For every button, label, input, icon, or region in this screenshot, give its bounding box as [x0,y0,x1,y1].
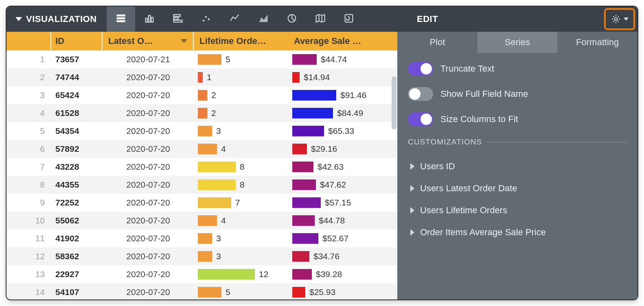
avg-value: $42.63 [318,162,344,172]
table-icon [115,13,127,26]
cell-average-sale: $29.16 [288,140,397,158]
settings-button[interactable] [604,8,635,30]
cell-id: 41902 [51,230,103,247]
orders-value: 2 [211,90,216,100]
area-vis-button[interactable] [249,7,278,32]
cell-average-sale: $84.49 [288,104,397,122]
switch-truncate[interactable] [408,62,433,76]
single-value-icon [343,13,355,26]
avg-value: $34.76 [313,251,340,261]
table-row[interactable]: 11419022020-07-203$52.67 [7,230,397,247]
toggle-label: Truncate Text [440,63,494,74]
orders-value: 3 [216,126,221,136]
customization-label: Users Latest Order Date [420,183,517,194]
line-icon [229,13,241,26]
customizations-header: CUSTOMIZATIONS [408,138,627,146]
bar-chart-vis-button[interactable] [164,7,192,32]
avg-bar [292,54,317,65]
orders-bar [198,144,217,154]
table-row[interactable]: 6578922020-07-204$29.16 [7,140,397,158]
table-row[interactable]: 5543542020-07-203$65.33 [7,122,397,140]
svg-point-10 [205,16,207,18]
map-vis-button[interactable] [306,7,335,32]
avg-bar [292,162,313,172]
table-vis-button[interactable] [107,7,135,32]
cell-latest-order: 2020-07-20 [103,176,194,194]
table-row[interactable]: 13229272020-07-2012$39.28 [7,265,397,283]
orders-bar [198,162,236,172]
table-row[interactable]: 3654242020-07-202$91.46 [7,86,397,104]
customization-item[interactable]: Order Items Average Sale Price [408,221,627,243]
switch-sizefit[interactable] [408,112,433,126]
body: ID Latest O… Lifetime Orde… Average Sale… [7,32,637,299]
col-latest-order[interactable]: Latest O… [103,32,194,50]
map-icon [315,13,326,26]
scrollbar-thumb[interactable] [392,76,396,129]
edit-label: EDIT [409,7,604,32]
col-rownum[interactable] [7,32,51,50]
table-row[interactable]: 9722522020-07-207$57.15 [7,194,397,212]
avg-bar [292,269,312,280]
svg-rect-2 [116,20,125,22]
row-number: 12 [7,247,51,265]
cell-average-sale: $39.28 [288,265,397,283]
cell-lifetime-orders: 8 [194,158,288,176]
svg-rect-4 [148,15,150,22]
orders-bar [198,72,203,83]
table-row[interactable]: 2747442020-07-201$14.94 [7,68,397,86]
tab-plot-label: Plot [429,37,445,48]
customization-item[interactable]: Users Lifetime Orders [408,199,627,221]
scatter-vis-button[interactable] [192,7,221,32]
col-average-sale[interactable]: Average Sale … [288,32,397,50]
cell-lifetime-orders: 2 [194,86,288,104]
orders-value: 12 [259,269,268,279]
cell-id: 43228 [51,158,103,176]
orders-value: 5 [226,55,230,64]
cell-average-sale: $34.76 [288,247,397,265]
svg-rect-6 [173,15,180,17]
row-number: 13 [7,265,51,283]
row-number: 11 [7,230,51,247]
row-number: 8 [7,176,51,194]
cell-average-sale: $65.33 [288,122,397,140]
col-id[interactable]: ID [51,32,103,50]
chevron-right-icon [410,207,414,214]
cell-lifetime-orders: 2 [194,104,288,122]
table-row[interactable]: 8443552020-07-208$47.62 [7,176,397,194]
pie-vis-button[interactable] [278,7,306,32]
cell-lifetime-orders: 1 [194,68,288,86]
tab-series-label: Series [505,37,530,48]
top-bar: VISUALIZATION EDIT [7,7,637,32]
col-latest-order-label: Latest O… [108,36,153,46]
table-row[interactable]: 1736572020-07-215$44.74 [7,50,397,68]
single-value-vis-button[interactable] [335,7,363,32]
line-vis-button[interactable] [221,7,249,32]
avg-value: $52.67 [322,234,348,243]
table-row[interactable]: 10550622020-07-204$44.78 [7,212,397,230]
cell-latest-order: 2020-07-20 [103,212,194,230]
customization-item[interactable]: Users Latest Order Date [408,177,627,199]
avg-bar [292,108,333,118]
table-row[interactable]: 14541072020-07-205$25.93 [7,283,397,299]
visualization-toggle[interactable]: VISUALIZATION [7,7,107,32]
orders-value: 5 [226,287,230,297]
cell-lifetime-orders: 5 [194,50,288,68]
table-row[interactable]: 7432282020-07-208$42.63 [7,158,397,176]
svg-point-11 [208,18,210,20]
cell-id: 22927 [51,265,103,283]
customization-item[interactable]: Users ID [408,155,627,177]
row-number: 5 [7,122,51,140]
switch-fullfield[interactable] [408,87,433,101]
toggle-label: Show Full Field Name [440,89,528,99]
col-lifetime-orders[interactable]: Lifetime Orde… [194,32,288,50]
column-chart-vis-button[interactable] [135,7,164,32]
row-number: 6 [7,140,51,158]
table-row[interactable]: 12583622020-07-203$34.76 [7,247,397,265]
table-row[interactable]: 4615282020-07-202$84.49 [7,104,397,122]
tab-formatting[interactable]: Formatting [557,32,637,53]
tab-plot[interactable]: Plot [397,32,478,53]
tab-series[interactable]: Series [478,32,558,53]
cell-latest-order: 2020-07-20 [103,158,194,176]
column-chart-icon [144,13,155,26]
row-number: 4 [7,104,51,122]
